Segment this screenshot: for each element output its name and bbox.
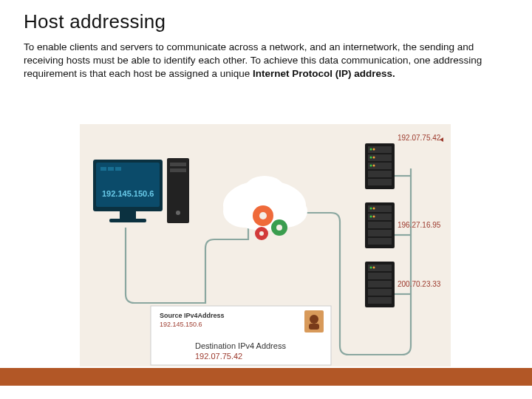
svg-rect-36 <box>368 222 392 228</box>
svg-rect-47 <box>368 289 392 296</box>
svg-point-39 <box>370 208 372 210</box>
svg-point-31 <box>370 165 372 167</box>
server-3-ip: 200.70.23.33 <box>398 280 441 288</box>
envelope-icon: Source IPv4Address 192.145.150.6 Destina… <box>151 306 331 365</box>
svg-rect-4 <box>100 167 106 171</box>
server-1: 192.07.75.42 <box>365 134 443 189</box>
dest-label: Destination IPv4 Address <box>195 341 286 350</box>
svg-rect-46 <box>368 281 392 287</box>
svg-point-49 <box>370 267 372 269</box>
svg-point-28 <box>373 149 375 151</box>
footer-bar <box>0 368 532 386</box>
server-1-ip: 192.07.75.42 <box>398 134 441 142</box>
client-ip-label: 192.145.150.6 <box>102 189 154 198</box>
svg-point-16 <box>259 212 267 219</box>
svg-point-14 <box>244 176 285 205</box>
svg-point-50 <box>373 267 375 269</box>
intro-text-bold: Internet Protocol (IP) address. <box>253 68 395 79</box>
svg-rect-45 <box>368 273 392 279</box>
svg-point-42 <box>373 216 375 218</box>
server-2-ip: 196.27.16.95 <box>398 221 441 229</box>
svg-rect-8 <box>170 163 186 166</box>
svg-rect-2 <box>120 211 136 219</box>
svg-point-40 <box>373 208 375 210</box>
svg-rect-25 <box>368 171 392 177</box>
svg-rect-38 <box>368 238 392 245</box>
svg-rect-48 <box>368 297 392 304</box>
svg-point-18 <box>276 225 282 231</box>
intro-paragraph: To enable clients and servers to communi… <box>0 38 532 81</box>
svg-point-27 <box>370 149 372 151</box>
svg-point-20 <box>259 231 264 236</box>
svg-point-29 <box>370 157 372 159</box>
svg-point-10 <box>176 211 180 215</box>
wire-client-to-cloud <box>126 220 248 303</box>
svg-point-30 <box>373 157 375 159</box>
page-title: Host addressing <box>0 0 532 38</box>
svg-rect-26 <box>368 179 392 185</box>
svg-point-41 <box>370 216 372 218</box>
svg-rect-53 <box>309 324 319 330</box>
svg-point-32 <box>373 165 375 167</box>
svg-rect-5 <box>108 167 114 171</box>
network-diagram: 192.145.150.6 <box>80 124 451 366</box>
svg-rect-9 <box>170 168 186 172</box>
svg-point-52 <box>310 315 318 324</box>
svg-rect-3 <box>109 219 146 222</box>
server-2: 196.27.16.95 <box>365 202 441 248</box>
server-3: 200.70.23.33 <box>365 262 441 307</box>
dest-value: 192.07.75.42 <box>195 352 242 361</box>
source-value: 192.145.150.6 <box>160 321 202 328</box>
svg-rect-37 <box>368 230 392 236</box>
svg-rect-6 <box>115 167 121 171</box>
client-pc: 192.145.150.6 <box>93 158 189 223</box>
source-label: Source IPv4Address <box>160 312 225 319</box>
